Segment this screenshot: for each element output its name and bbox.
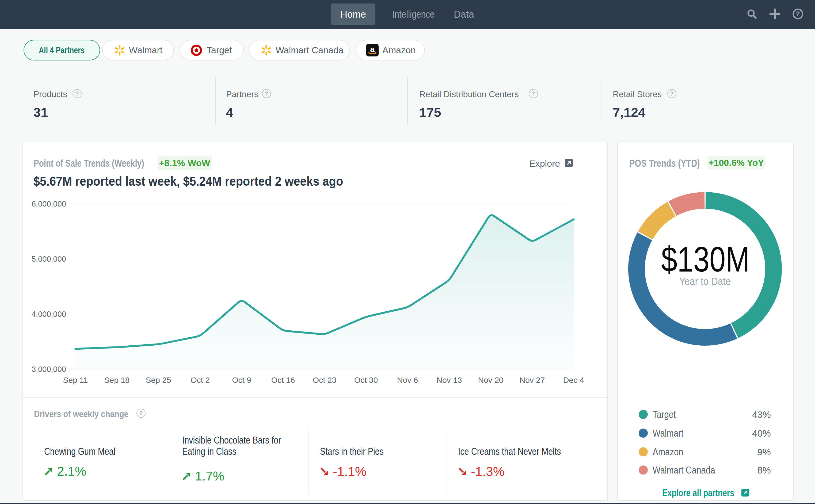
svg-text:Oct 23: Oct 23 xyxy=(313,376,336,384)
svg-text:Oct 16: Oct 16 xyxy=(271,376,295,384)
svg-text:Oct 2: Oct 2 xyxy=(191,376,210,384)
svg-text:Nov 13: Nov 13 xyxy=(436,376,462,384)
svg-text:5,000,000: 5,000,000 xyxy=(32,255,66,263)
svg-text:Nov 6: Nov 6 xyxy=(397,376,418,384)
svg-text:Nov 27: Nov 27 xyxy=(519,376,545,384)
svg-text:a: a xyxy=(370,45,375,54)
svg-text:6,000,000: 6,000,000 xyxy=(32,200,66,208)
svg-text:Sep 18: Sep 18 xyxy=(104,376,130,384)
svg-text:Nov 20: Nov 20 xyxy=(478,376,503,384)
svg-text:Oct 9: Oct 9 xyxy=(232,376,251,384)
svg-text:Sep 25: Sep 25 xyxy=(146,376,171,384)
svg-text:?: ? xyxy=(796,10,800,17)
svg-text:Oct 30: Oct 30 xyxy=(354,376,378,384)
svg-text:Sep 11: Sep 11 xyxy=(63,376,88,384)
svg-text:4,000,000: 4,000,000 xyxy=(32,310,66,318)
svg-text:Dec 4: Dec 4 xyxy=(563,376,584,384)
svg-text:3,000,000: 3,000,000 xyxy=(32,365,66,373)
